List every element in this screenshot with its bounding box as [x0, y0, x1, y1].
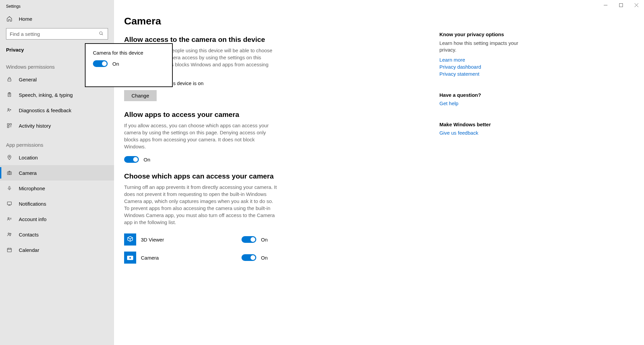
contacts-icon — [6, 231, 13, 238]
timeline-icon — [6, 122, 13, 129]
lock-icon — [6, 76, 13, 83]
svg-point-22 — [10, 233, 11, 234]
nav-label: Location — [19, 155, 38, 160]
search-input-wrap[interactable] — [6, 28, 108, 40]
home-nav[interactable]: Home — [0, 11, 114, 26]
nav-label: Notifications — [19, 201, 46, 207]
svg-rect-2 — [8, 79, 11, 81]
home-icon — [6, 15, 13, 22]
allow-apps-toggle-label: On — [144, 157, 150, 162]
group-app-permissions: App permissions — [0, 133, 114, 150]
nav-account-info[interactable]: Account info — [0, 211, 114, 227]
close-button[interactable] — [629, 0, 644, 10]
clipboard-icon — [6, 91, 13, 98]
search-input[interactable] — [10, 31, 99, 37]
svg-point-18 — [8, 217, 9, 219]
privacy-dashboard-link[interactable]: Privacy dashboard — [439, 64, 530, 70]
allow-apps-toggle[interactable] — [124, 156, 139, 163]
account-icon — [6, 216, 13, 222]
svg-point-14 — [8, 172, 10, 174]
app-name: 3D Viewer — [141, 237, 241, 243]
nav-contacts[interactable]: Contacts — [0, 227, 114, 242]
section-choose-apps-desc: Turning off an app prevents it from dire… — [124, 184, 278, 226]
page-title: Camera — [124, 15, 399, 27]
nav-camera[interactable]: Camera — [0, 165, 114, 181]
camera-device-toggle[interactable] — [93, 60, 108, 67]
nav-speech[interactable]: Speech, inking, & typing — [0, 87, 114, 102]
nav-label: Contacts — [19, 232, 39, 237]
privacy-statement-link[interactable]: Privacy statement — [439, 71, 530, 77]
privacy-options-title: Know your privacy options — [439, 31, 530, 37]
nav-label: General — [19, 77, 37, 82]
home-label: Home — [19, 16, 32, 22]
svg-rect-17 — [7, 202, 11, 205]
app-name: Camera — [141, 255, 241, 261]
camera-device-flyout: Camera for this device On — [85, 43, 173, 87]
svg-rect-10 — [7, 126, 9, 128]
section-choose-apps-title: Choose which apps can access your camera — [124, 172, 399, 180]
main: Camera Allow access to the camera on thi… — [114, 0, 644, 345]
camera-icon — [6, 169, 13, 176]
app-list: 3D Viewer On Camera On — [124, 230, 399, 267]
app-row-3d-viewer: 3D Viewer On — [124, 230, 399, 249]
minimize-button[interactable] — [598, 0, 613, 10]
titlebar-controls — [598, 0, 644, 10]
svg-line-1 — [102, 34, 103, 35]
app-toggle-label: On — [261, 237, 268, 243]
svg-point-7 — [8, 109, 9, 110]
app-title: Settings — [0, 0, 114, 11]
svg-point-33 — [129, 257, 131, 259]
right-column: Know your privacy options Learn how this… — [439, 15, 530, 151]
nav-notifications[interactable]: Notifications — [0, 196, 114, 211]
nav-label: Account info — [19, 216, 47, 222]
nav-label: Activity history — [19, 123, 51, 129]
notifications-icon — [6, 200, 13, 207]
calendar-icon — [6, 247, 13, 253]
maximize-button[interactable] — [613, 0, 629, 10]
section-allow-device-title: Allow access to the camera on this devic… — [124, 36, 399, 44]
app-toggle-camera[interactable] — [241, 254, 256, 261]
svg-rect-28 — [619, 3, 623, 7]
app-icon-camera — [124, 252, 136, 264]
flyout-toggle-row: On — [93, 60, 165, 67]
svg-rect-9 — [10, 124, 11, 125]
feedback-icon — [6, 107, 13, 114]
give-feedback-link[interactable]: Give us feedback — [439, 130, 530, 136]
section-allow-apps-title: Allow apps to access your camera — [124, 111, 399, 119]
nav-location[interactable]: Location — [0, 150, 114, 165]
app-row-camera: Camera On — [124, 249, 399, 267]
nav-label: Diagnostics & feedback — [19, 108, 71, 113]
have-question-title: Have a question? — [439, 92, 530, 98]
section-allow-apps-desc: If you allow access, you can choose whic… — [124, 122, 275, 150]
nav-label: Calendar — [19, 247, 39, 253]
app-icon-3d-viewer — [124, 233, 136, 246]
svg-point-12 — [9, 156, 10, 157]
nav-calendar[interactable]: Calendar — [0, 242, 114, 258]
microphone-icon — [6, 185, 13, 192]
svg-rect-15 — [9, 186, 10, 189]
nav-diagnostics[interactable]: Diagnostics & feedback — [0, 102, 114, 118]
svg-rect-23 — [7, 248, 11, 252]
location-icon — [6, 154, 13, 161]
nav-label: Microphone — [19, 186, 45, 191]
flyout-title: Camera for this device — [93, 50, 165, 56]
nav-microphone[interactable]: Microphone — [0, 181, 114, 196]
privacy-options-desc: Learn how this setting impacts your priv… — [439, 40, 530, 54]
nav-activity[interactable]: Activity history — [0, 118, 114, 133]
svg-point-21 — [8, 233, 9, 234]
svg-point-0 — [100, 32, 102, 34]
get-help-link[interactable]: Get help — [439, 100, 530, 106]
app-toggle-label: On — [261, 255, 268, 261]
allow-apps-toggle-row: On — [124, 156, 399, 163]
search-icon — [99, 31, 104, 37]
app-toggle-3d-viewer[interactable] — [241, 236, 256, 243]
nav-label: Speech, inking, & typing — [19, 92, 73, 98]
svg-rect-8 — [7, 124, 9, 125]
make-windows-better-title: Make Windows better — [439, 122, 530, 127]
nav-label: Camera — [19, 170, 37, 176]
change-button[interactable]: Change — [124, 90, 157, 101]
learn-more-link[interactable]: Learn more — [439, 57, 530, 63]
camera-device-toggle-label: On — [112, 61, 119, 67]
